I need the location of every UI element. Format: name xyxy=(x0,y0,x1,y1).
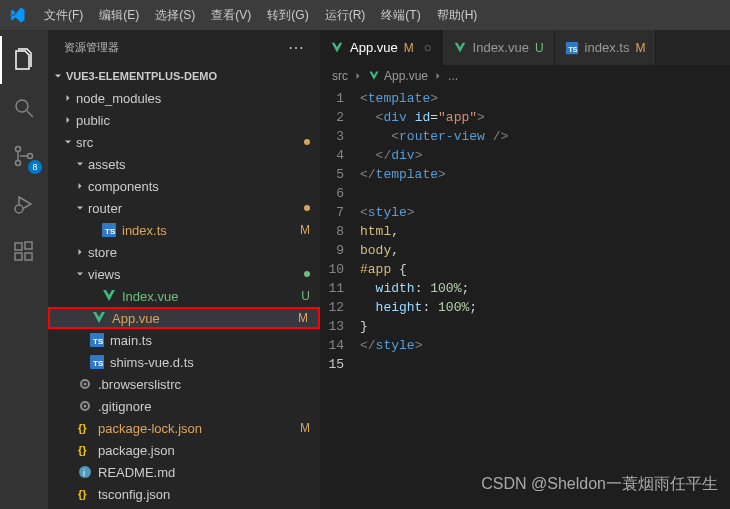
menu-item[interactable]: 查看(V) xyxy=(203,3,259,28)
code-lines[interactable]: <template> <div id="app"> <router-view /… xyxy=(360,89,730,374)
menu-item[interactable]: 运行(R) xyxy=(317,3,374,28)
svg-point-6 xyxy=(15,205,23,213)
menu-item[interactable]: 选择(S) xyxy=(147,3,203,28)
git-status: M xyxy=(300,223,310,237)
tab-index-vue[interactable]: Index.vueU xyxy=(443,30,555,65)
svg-text:{}: {} xyxy=(78,488,87,500)
svg-point-0 xyxy=(16,100,28,112)
file-tree: node_modulespublicsrcassetscomponentsrou… xyxy=(48,87,320,509)
sidebar-explorer: 资源管理器 ⋯ VUE3-ELEMENTPLUS-DEMO node_modul… xyxy=(48,30,320,509)
chevron-icon xyxy=(72,180,88,192)
tab-label: Index.vue xyxy=(473,40,529,55)
vue-icon xyxy=(453,41,467,55)
scm-badge: 8 xyxy=(28,160,42,174)
tree-label: .gitignore xyxy=(98,399,310,414)
svg-point-20 xyxy=(84,405,87,408)
tree-label: src xyxy=(76,135,300,150)
chevron-icon xyxy=(60,114,76,126)
svg-point-2 xyxy=(16,147,21,152)
svg-point-23 xyxy=(79,466,91,478)
tree-row[interactable]: {}package-lock.jsonM xyxy=(48,417,320,439)
json-icon: {} xyxy=(76,420,94,436)
tree-row[interactable]: public xyxy=(48,109,320,131)
svg-point-18 xyxy=(84,383,87,386)
menu-item[interactable]: 帮助(H) xyxy=(429,3,486,28)
tree-label: store xyxy=(88,245,310,260)
close-icon[interactable]: ○ xyxy=(424,40,432,55)
tree-label: tsconfig.json xyxy=(98,487,310,502)
chevron-right-icon xyxy=(352,70,364,82)
tree-row[interactable]: router xyxy=(48,197,320,219)
svg-text:TS: TS xyxy=(568,45,577,52)
tree-row[interactable]: Index.vueU xyxy=(48,285,320,307)
chevron-icon xyxy=(72,158,88,170)
tree-row[interactable]: {}tsconfig.json xyxy=(48,483,320,505)
activity-debug[interactable] xyxy=(0,180,48,228)
gear-icon xyxy=(76,376,94,392)
chevron-icon xyxy=(60,136,76,148)
section-title[interactable]: VUE3-ELEMENTPLUS-DEMO xyxy=(48,65,320,87)
menubar: 文件(F)编辑(E)选择(S)查看(V)转到(G)运行(R)终端(T)帮助(H) xyxy=(36,3,485,28)
svg-rect-7 xyxy=(15,243,22,250)
json-icon: {} xyxy=(76,442,94,458)
chevron-icon xyxy=(60,92,76,104)
activity-explorer[interactable] xyxy=(0,36,48,84)
tree-row[interactable]: components xyxy=(48,175,320,197)
chevron-down-icon xyxy=(52,70,64,82)
tab-label: App.vue xyxy=(350,40,398,55)
tree-row[interactable]: TSshims-vue.d.ts xyxy=(48,351,320,373)
breadcrumb[interactable]: src App.vue ... xyxy=(320,65,730,87)
svg-point-4 xyxy=(28,154,33,159)
tree-row[interactable]: src xyxy=(48,131,320,153)
code-editor[interactable]: 123456789101112131415 <template> <div id… xyxy=(320,87,730,374)
titlebar: 文件(F)编辑(E)选择(S)查看(V)转到(G)运行(R)终端(T)帮助(H) xyxy=(0,0,730,30)
menu-item[interactable]: 终端(T) xyxy=(373,3,428,28)
tree-row[interactable]: TSmain.ts xyxy=(48,329,320,351)
tree-label: package-lock.json xyxy=(98,421,296,436)
info-icon: i xyxy=(76,464,94,480)
tree-label: README.md xyxy=(98,465,310,480)
activitybar: 8 xyxy=(0,30,48,509)
chevron-icon xyxy=(72,268,88,280)
tree-row[interactable]: App.vueM xyxy=(48,307,320,329)
vue-icon xyxy=(90,310,108,326)
tab-index-ts[interactable]: TSindex.tsM xyxy=(555,30,657,65)
tree-label: .browserslistrc xyxy=(98,377,310,392)
activity-scm[interactable]: 8 xyxy=(0,132,48,180)
tree-row[interactable]: views xyxy=(48,263,320,285)
ts-icon: TS xyxy=(88,332,106,348)
tab-status: M xyxy=(635,41,645,55)
ts-icon: TS xyxy=(565,41,579,55)
tree-row[interactable]: assets xyxy=(48,153,320,175)
tree-label: views xyxy=(88,267,300,282)
activity-extensions[interactable] xyxy=(0,228,48,276)
vue-icon xyxy=(368,70,380,82)
vue-icon xyxy=(100,288,118,304)
menu-item[interactable]: 转到(G) xyxy=(259,3,316,28)
tab-status: M xyxy=(404,41,414,55)
tree-label: main.ts xyxy=(110,333,310,348)
git-dot xyxy=(304,205,310,211)
tree-row[interactable]: iREADME.md xyxy=(48,461,320,483)
tree-row[interactable]: node_modules xyxy=(48,87,320,109)
ts-icon: TS xyxy=(100,222,118,238)
tab-app-vue[interactable]: App.vueM○ xyxy=(320,30,443,65)
tree-label: router xyxy=(88,201,300,216)
git-status: M xyxy=(298,311,308,325)
menu-item[interactable]: 编辑(E) xyxy=(91,3,147,28)
tree-row[interactable]: store xyxy=(48,241,320,263)
tree-label: Index.vue xyxy=(122,289,297,304)
tree-label: node_modules xyxy=(76,91,310,106)
menu-item[interactable]: 文件(F) xyxy=(36,3,91,28)
activity-search[interactable] xyxy=(0,84,48,132)
chevron-icon xyxy=(72,246,88,258)
tree-row[interactable]: {}package.json xyxy=(48,439,320,461)
git-status: M xyxy=(300,421,310,435)
more-icon[interactable]: ⋯ xyxy=(288,38,304,57)
svg-text:TS: TS xyxy=(93,359,104,368)
tree-row[interactable]: TSindex.tsM xyxy=(48,219,320,241)
line-gutter: 123456789101112131415 xyxy=(320,89,360,374)
tree-row[interactable]: .gitignore xyxy=(48,395,320,417)
tab-label: index.ts xyxy=(585,40,630,55)
tree-row[interactable]: .browserslistrc xyxy=(48,373,320,395)
